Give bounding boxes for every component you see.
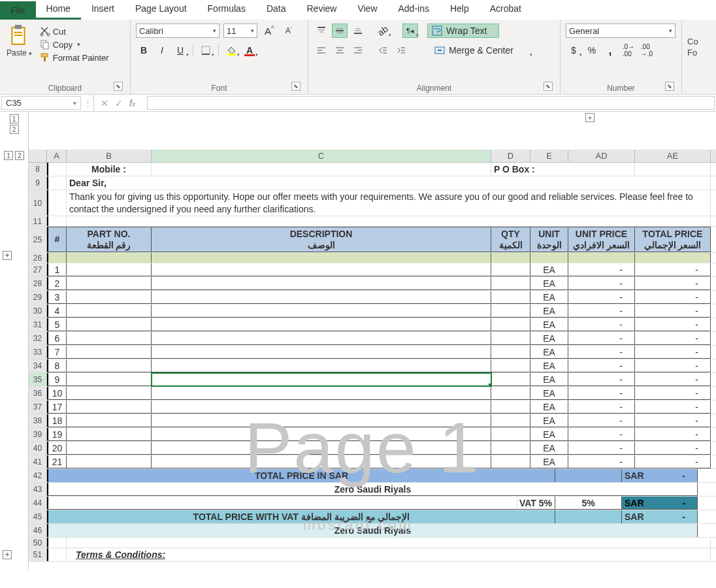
col-outline-level-2[interactable]: 2 bbox=[10, 125, 19, 134]
enter-formula-icon[interactable]: ✓ bbox=[115, 98, 123, 108]
cell-qty-36[interactable] bbox=[491, 387, 530, 400]
cell-part-28[interactable] bbox=[67, 277, 152, 290]
cell-tp-34[interactable]: - bbox=[635, 359, 711, 372]
row-header-29[interactable]: 29 bbox=[29, 291, 47, 304]
cell-vat-sar[interactable]: SAR- bbox=[622, 497, 698, 510]
underline-button[interactable]: U▾ bbox=[172, 43, 188, 57]
cell-tp-40[interactable]: - bbox=[635, 442, 711, 455]
cell-up-35[interactable]: - bbox=[568, 373, 635, 386]
cell-part-27[interactable] bbox=[67, 263, 152, 276]
bold-button[interactable]: B bbox=[136, 43, 152, 57]
cell-qty-35[interactable] bbox=[491, 373, 530, 386]
row-header-51[interactable]: 51 bbox=[29, 548, 47, 561]
fx-icon[interactable]: fx bbox=[129, 98, 140, 108]
tab-acrobat[interactable]: Acrobat bbox=[480, 0, 532, 20]
tab-home[interactable]: Home bbox=[36, 0, 81, 20]
cell-up-31[interactable]: - bbox=[568, 318, 635, 331]
cell-part-36[interactable] bbox=[67, 387, 152, 400]
row-header-50[interactable]: 50 bbox=[29, 538, 47, 547]
alignment-dialog-launcher[interactable]: ⬊ bbox=[544, 82, 553, 91]
cell-up-28[interactable]: - bbox=[568, 277, 635, 290]
cell-desc-27[interactable] bbox=[152, 263, 491, 276]
cell-desc-31[interactable] bbox=[152, 318, 491, 331]
font-name-combo[interactable]: Calibri▾ bbox=[136, 24, 220, 38]
row-header-25[interactable]: 25 bbox=[29, 227, 47, 252]
th-qty[interactable]: QTYالكمية bbox=[491, 227, 530, 252]
cell-desc-29[interactable] bbox=[152, 291, 491, 304]
row-header-35[interactable]: 35 bbox=[29, 373, 47, 386]
cell-up-32[interactable]: - bbox=[568, 332, 635, 345]
col-outline-level-1[interactable]: 1 bbox=[10, 114, 19, 123]
cell-num-31[interactable]: 5 bbox=[47, 318, 67, 331]
select-all-corner[interactable] bbox=[29, 150, 47, 162]
cell-up-36[interactable]: - bbox=[568, 387, 635, 400]
col-outline-expand[interactable]: + bbox=[585, 113, 594, 122]
cell-unit-34[interactable]: EA bbox=[530, 359, 568, 372]
tab-view[interactable]: View bbox=[347, 0, 387, 20]
outline-expand-1[interactable]: + bbox=[3, 251, 12, 260]
cell-qty-31[interactable] bbox=[491, 318, 530, 331]
cell-qty-29[interactable] bbox=[491, 291, 530, 304]
cell-part-35[interactable] bbox=[67, 373, 152, 386]
align-top-button[interactable] bbox=[314, 24, 329, 38]
cell-qty-28[interactable] bbox=[491, 277, 530, 290]
cell-up-41[interactable]: - bbox=[568, 455, 635, 468]
font-size-combo[interactable]: 11▾ bbox=[223, 24, 257, 38]
cell-desc-28[interactable] bbox=[152, 277, 491, 290]
cell-desc-40[interactable] bbox=[152, 442, 491, 455]
row-outline-level-1[interactable]: 1 bbox=[4, 151, 13, 160]
row-header-27[interactable]: 27 bbox=[29, 263, 47, 276]
cell-unit-27[interactable]: EA bbox=[530, 263, 568, 276]
cell-unit-29[interactable]: EA bbox=[530, 291, 568, 304]
row-header-31[interactable]: 31 bbox=[29, 318, 47, 331]
cell-desc-41[interactable] bbox=[152, 455, 491, 468]
paste-button[interactable]: Paste▾ bbox=[5, 24, 33, 59]
cell-num-28[interactable]: 2 bbox=[47, 277, 67, 290]
col-header-E[interactable]: E bbox=[530, 150, 568, 162]
row-header-42[interactable]: 42 bbox=[29, 469, 47, 482]
cell-unit-32[interactable]: EA bbox=[530, 332, 568, 345]
clipboard-dialog-launcher[interactable]: ⬊ bbox=[114, 82, 123, 91]
cell-unit-33[interactable]: EA bbox=[530, 346, 568, 359]
cell-zero-riyals-1[interactable]: Zero Saudi Riyals bbox=[47, 483, 698, 496]
tab-review[interactable]: Review bbox=[297, 0, 348, 20]
formula-input[interactable] bbox=[147, 96, 715, 110]
cell-qty-33[interactable] bbox=[491, 346, 530, 359]
row-header-43[interactable]: 43 bbox=[29, 483, 47, 496]
cell-qty-38[interactable] bbox=[491, 414, 530, 427]
outline-expand-2[interactable]: + bbox=[3, 550, 12, 559]
cell-tp-27[interactable]: - bbox=[635, 263, 711, 276]
cell-qty-37[interactable] bbox=[491, 400, 530, 414]
cell-tp-28[interactable]: - bbox=[635, 277, 711, 290]
cut-button[interactable]: Cut bbox=[40, 26, 109, 37]
cell-qty-34[interactable] bbox=[491, 359, 530, 372]
merge-center-button[interactable]: Merge & Center▾ bbox=[430, 43, 532, 57]
cell-unit-36[interactable]: EA bbox=[530, 387, 568, 400]
cell-part-31[interactable] bbox=[67, 318, 152, 331]
cell-up-39[interactable]: - bbox=[568, 428, 635, 441]
accounting-format-button[interactable]: $▾ bbox=[566, 43, 581, 57]
cell-terms-heading[interactable]: Terms & Conditions: bbox=[67, 548, 711, 561]
cell-vat-pct[interactable]: 5% bbox=[555, 497, 622, 510]
cell-part-38[interactable] bbox=[67, 414, 152, 427]
cell-unit-31[interactable]: EA bbox=[530, 318, 568, 331]
cell-qty-27[interactable] bbox=[491, 263, 530, 276]
cell-zero-riyals-2[interactable]: Zero Saudi Riyals bbox=[47, 524, 698, 537]
cell-vat-label[interactable]: VAT 5% bbox=[517, 497, 555, 510]
cell-part-39[interactable] bbox=[67, 428, 152, 441]
cell-desc-39[interactable] bbox=[152, 428, 491, 441]
cell-part-29[interactable] bbox=[67, 291, 152, 304]
cell-num-34[interactable]: 8 bbox=[47, 359, 67, 372]
orientation-button[interactable]: ab▾ bbox=[375, 24, 391, 38]
comma-format-button[interactable]: , bbox=[602, 43, 618, 57]
cell-up-34[interactable]: - bbox=[568, 359, 635, 372]
cell-up-38[interactable]: - bbox=[568, 414, 635, 427]
th-desc[interactable]: DESCRIPTIONالوصف bbox=[152, 227, 491, 252]
number-dialog-launcher[interactable]: ⬊ bbox=[665, 82, 674, 91]
cell-part-34[interactable] bbox=[67, 359, 152, 372]
decrease-font-button[interactable]: Aˇ bbox=[281, 24, 297, 38]
cell-up-40[interactable]: - bbox=[568, 442, 635, 455]
row-header-28[interactable]: 28 bbox=[29, 277, 47, 290]
cell-tp-32[interactable]: - bbox=[635, 332, 711, 345]
row-header-34[interactable]: 34 bbox=[29, 359, 47, 372]
